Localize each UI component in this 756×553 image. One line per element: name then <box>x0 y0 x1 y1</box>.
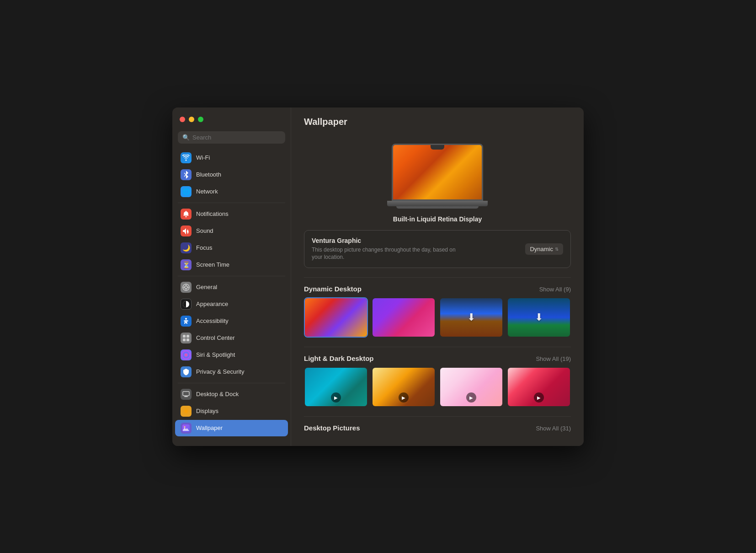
bluetooth-icon <box>181 169 192 180</box>
light-dark-show-all[interactable]: Show All (19) <box>536 355 571 362</box>
svg-rect-13 <box>183 392 189 396</box>
content-header: Wallpaper <box>291 107 584 134</box>
macbook-base <box>387 201 488 206</box>
wallpaper-thumb-bigsur[interactable]: ⬇ <box>507 297 571 338</box>
svg-line-22 <box>184 413 184 413</box>
sidebar-item-network[interactable]: 🌐 Network <box>175 183 288 200</box>
network-label: Network <box>196 188 218 195</box>
sidebar-item-focus[interactable]: 🌙 Focus <box>175 240 288 256</box>
search-input[interactable] <box>192 134 281 141</box>
sound-label: Sound <box>196 227 213 234</box>
displays-label: Displays <box>196 408 218 414</box>
close-button[interactable] <box>180 117 185 122</box>
sound-icon <box>181 225 192 236</box>
macbook-notch <box>431 145 444 150</box>
separator-3 <box>178 383 285 383</box>
svg-line-21 <box>188 413 188 413</box>
desktop-pictures-header: Desktop Pictures Show All (31) <box>304 424 571 432</box>
desktop-pictures-section: Desktop Pictures Show All (31) <box>304 416 571 432</box>
wallpaper-mode-label: Dynamic <box>530 246 553 252</box>
sidebar-item-desktopdock[interactable]: Desktop & Dock <box>175 386 288 403</box>
focus-icon: 🌙 <box>181 242 192 253</box>
desktop-pictures-show-all[interactable]: Show All (31) <box>536 425 571 432</box>
wallpaper-name: Ventura Graphic <box>312 237 467 244</box>
wallpaper-thumb-peach[interactable]: ▶ <box>439 367 503 407</box>
sidebar-item-wifi[interactable]: Wi-Fi <box>175 150 288 166</box>
maximize-button[interactable] <box>198 117 203 122</box>
settings-window: 🔍 Wi-Fi <box>172 107 584 446</box>
display-preview: Built-in Liquid Retina Display <box>304 134 571 230</box>
svg-rect-10 <box>183 338 186 341</box>
wallpaper-thumb-catalina[interactable]: ⬇ <box>439 297 503 338</box>
sidebar-item-sound[interactable]: Sound <box>175 223 288 239</box>
wallpaper-thumb-ventura[interactable] <box>304 297 368 338</box>
general-label: General <box>196 284 217 290</box>
peach-play-icon: ▶ <box>466 392 476 403</box>
main-content: Wallpaper Built-in Liquid Retina Display… <box>291 107 584 446</box>
controlcenter-icon <box>181 333 192 344</box>
light-dark-desktop-header: Light & Dark Desktop Show All (19) <box>304 354 571 362</box>
bigsur-download-icon: ⬇ <box>535 311 543 323</box>
desktop-pictures-title: Desktop Pictures <box>304 424 360 432</box>
sidebar-item-privacy[interactable]: Privacy & Security <box>175 364 288 380</box>
golden-play-icon: ▶ <box>399 392 409 403</box>
appearance-label: Appearance <box>196 301 228 307</box>
display-name: Built-in Liquid Retina Display <box>393 215 482 223</box>
wallpaper-thumb-monterey[interactable] <box>372 297 436 338</box>
dynamic-desktop-grid: ⬇ ⬇ <box>304 297 571 338</box>
privacy-label: Privacy & Security <box>196 368 244 375</box>
svg-rect-14 <box>184 396 188 397</box>
sidebar-item-bluetooth[interactable]: Bluetooth <box>175 166 288 183</box>
macbook-foot <box>396 206 479 209</box>
wifi-icon <box>181 152 192 163</box>
wallpaper-icon <box>181 423 192 434</box>
svg-rect-8 <box>183 335 186 338</box>
minimize-button[interactable] <box>189 117 194 122</box>
siri-icon <box>181 349 192 360</box>
accessibility-icon <box>181 316 192 327</box>
sidebar-item-general[interactable]: General <box>175 279 288 295</box>
sidebar: 🔍 Wi-Fi <box>172 107 291 446</box>
dynamic-desktop-show-all[interactable]: Show All (9) <box>539 286 571 293</box>
focus-label: Focus <box>196 244 212 251</box>
sidebar-item-controlcenter[interactable]: Control Center <box>175 330 288 346</box>
search-bar[interactable]: 🔍 <box>178 131 285 144</box>
wallpaper-mode-dropdown[interactable]: Dynamic ⇅ <box>525 243 563 255</box>
displays-icon <box>181 406 192 417</box>
svg-line-20 <box>184 408 184 409</box>
macbook-illustration <box>387 144 488 210</box>
desktopdock-label: Desktop & Dock <box>196 391 239 397</box>
light-dark-desktop-section: Light & Dark Desktop Show All (19) ▶ ▶ ▶ <box>304 347 571 407</box>
svg-rect-9 <box>186 335 189 338</box>
svg-line-23 <box>188 408 188 409</box>
svg-point-1 <box>185 286 187 289</box>
page-title: Wallpaper <box>304 117 571 127</box>
light-dark-title: Light & Dark Desktop <box>304 354 374 362</box>
macbook-screen <box>392 144 483 201</box>
crimson-play-icon: ▶ <box>534 392 544 403</box>
svg-point-25 <box>184 426 186 428</box>
wallpaper-info-box: Ventura Graphic This desktop picture cha… <box>304 230 571 268</box>
wallpaper-thumb-leaf-teal[interactable]: ▶ <box>304 367 368 407</box>
wallpaper-thumb-crimson[interactable]: ▶ <box>507 367 571 407</box>
general-icon <box>181 282 192 293</box>
sidebar-item-wallpaper[interactable]: Wallpaper <box>175 420 288 436</box>
sidebar-item-siri[interactable]: Siri & Spotlight <box>175 347 288 363</box>
sidebar-item-appearance[interactable]: Appearance <box>175 296 288 312</box>
sidebar-list: Wi-Fi Bluetooth 🌐 <box>172 147 291 446</box>
sidebar-item-notifications[interactable]: Notifications <box>175 206 288 222</box>
sidebar-item-displays[interactable]: Displays <box>175 403 288 419</box>
screentime-icon: ⏳ <box>181 259 192 270</box>
sidebar-item-accessibility[interactable]: Accessibility <box>175 313 288 329</box>
sidebar-item-screentime[interactable]: ⏳ Screen Time <box>175 257 288 273</box>
network-icon: 🌐 <box>181 186 192 197</box>
ventura-orange-thumbnail <box>305 298 367 337</box>
notifications-label: Notifications <box>196 210 229 217</box>
separator-2 <box>178 276 285 276</box>
notifications-icon <box>181 209 192 220</box>
appearance-icon <box>181 299 192 310</box>
svg-rect-11 <box>186 338 189 341</box>
titlebar <box>172 107 291 131</box>
separator-1 <box>178 203 285 203</box>
wallpaper-thumb-golden[interactable]: ▶ <box>372 367 436 407</box>
